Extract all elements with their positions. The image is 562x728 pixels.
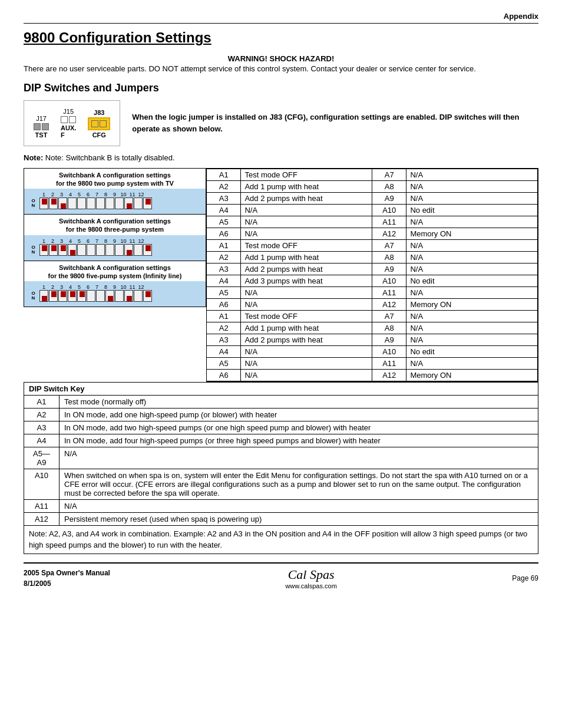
config-desc2: N/A xyxy=(406,169,538,180)
warning-text: There are no user serviceable parts. DO … xyxy=(24,63,538,75)
note-bottom: Note: A2, A3, and A4 work in combination… xyxy=(24,526,538,554)
config-desc2: No edit xyxy=(406,345,538,357)
page-title: 9800 Configuration Settings xyxy=(24,29,538,46)
config-code2: A7 xyxy=(372,169,406,180)
j17-name: TST xyxy=(35,131,48,139)
config-desc: Add 1 pump with heat xyxy=(241,180,372,192)
dip-key-desc: N/A xyxy=(59,499,538,512)
config-code2: A9 xyxy=(372,263,406,275)
config-desc: Add 1 pump with heat xyxy=(241,322,372,334)
config-code: A4 xyxy=(207,204,241,216)
table-row: A5N/AA11N/A xyxy=(207,286,538,298)
config-code: A5 xyxy=(207,286,241,298)
config-desc: Add 2 pumps with heat xyxy=(241,263,372,275)
sb-num-row-2: 1 2 3 4 5 6 7 8 9 10 11 12 xyxy=(29,238,201,244)
dip-key-code: A11 xyxy=(24,499,59,512)
dip-key-code: A12 xyxy=(24,512,59,525)
config-code: A6 xyxy=(207,369,241,381)
config-desc: N/A xyxy=(241,357,372,369)
config-desc: N/A xyxy=(241,228,372,239)
dip-key-title: DIP Switch Key xyxy=(24,382,538,395)
switchbank-panel-3: Switchbank A configuration settings for … xyxy=(24,261,206,308)
note-text: Note: Note: Switchbank B is totally disa… xyxy=(24,153,538,162)
calspas-logo: Cal Spas xyxy=(285,567,336,582)
j83-name: CFG xyxy=(92,131,106,139)
config-desc2: N/A xyxy=(406,310,538,322)
j15-name: AUX. F xyxy=(61,124,76,139)
pin-j15-2 xyxy=(69,116,76,123)
config-desc2: No edit xyxy=(406,275,538,286)
config-code: A5 xyxy=(207,357,241,369)
config-desc2: N/A xyxy=(406,180,538,192)
config-code: A1 xyxy=(207,310,241,322)
config-code2: A10 xyxy=(372,275,406,286)
dip-key-row: A5—A9N/A xyxy=(24,447,538,469)
pin-j17-1 xyxy=(34,123,41,130)
dip-key-section: DIP Switch Key A1Test mode (normally off… xyxy=(24,382,538,554)
config-code2: A12 xyxy=(372,369,406,381)
config-desc2: N/A xyxy=(406,251,538,263)
config-desc: N/A xyxy=(241,286,372,298)
config-code2: A12 xyxy=(372,298,406,310)
footer: 2005 Spa Owner's Manual 8/1/2005 Cal Spa… xyxy=(24,562,538,589)
table-row: A6N/AA12Memory ON xyxy=(207,369,538,381)
config-code2: A8 xyxy=(372,251,406,263)
config-desc: Test mode OFF xyxy=(241,169,372,180)
dip-key-desc: Test mode (normally off) xyxy=(59,395,538,408)
config-code: A5 xyxy=(207,216,241,228)
dip-key-row: A4In ON mode, add four high-speed pumps … xyxy=(24,434,538,447)
config-desc: Test mode OFF xyxy=(241,310,372,322)
footer-manual: 2005 Spa Owner's Manual xyxy=(24,568,110,578)
warning-title: WARNING! SHOCK HAZARD! xyxy=(24,54,538,63)
j15-pins xyxy=(61,116,76,123)
table-row: A4Add 3 pumps with heatA10No edit xyxy=(207,275,538,286)
config-desc: Test mode OFF xyxy=(241,239,372,251)
config-code: A2 xyxy=(207,180,241,192)
config-desc2: N/A xyxy=(406,357,538,369)
table-row: A1Test mode OFFA7N/A xyxy=(207,310,538,322)
dip-key-desc: In ON mode, add two high-speed pumps (or… xyxy=(59,421,538,434)
config-code: A2 xyxy=(207,322,241,334)
dip-key-code: A10 xyxy=(24,469,59,499)
config-desc2: Memory ON xyxy=(406,369,538,381)
table-row: A6N/AA12Memory ON xyxy=(207,228,538,239)
sb-diagram-1: 1 2 3 4 5 6 7 8 9 10 11 12 ON xyxy=(24,189,206,214)
appendix-label: Appendix xyxy=(504,12,538,21)
config-table-wrap: A1Test mode OFFA7N/AA2Add 1 pump with he… xyxy=(206,168,538,382)
dip-key-desc: In ON mode, add one high-speed pump (or … xyxy=(59,408,538,421)
config-desc: Add 3 pumps with heat xyxy=(241,275,372,286)
jumper-j15: J15 AUX. F xyxy=(61,108,76,139)
config-desc2: Memory ON xyxy=(406,228,538,239)
config-code: A3 xyxy=(207,192,241,204)
j17-pins xyxy=(34,123,49,130)
pin-j17-2 xyxy=(42,123,49,130)
table-row: A2Add 1 pump with heatA8N/A xyxy=(207,251,538,263)
config-desc: N/A xyxy=(241,216,372,228)
top-config-row: Switchbank A configuration settings for … xyxy=(24,168,538,382)
footer-date: 8/1/2005 xyxy=(24,578,110,589)
config-code2: A11 xyxy=(372,357,406,369)
dip-key-desc: In ON mode, add four high-speed pumps (o… xyxy=(59,434,538,447)
switchbank-title-3: Switchbank A configuration settings for … xyxy=(24,261,206,282)
dip-key-table: A1Test mode (normally off)A2In ON mode, … xyxy=(24,395,538,526)
config-desc2: N/A xyxy=(406,239,538,251)
jumper-j17: J17 TST xyxy=(34,115,49,139)
config-code: A2 xyxy=(207,251,241,263)
dip-key-row: A1Test mode (normally off) xyxy=(24,395,538,408)
config-code2: A9 xyxy=(372,192,406,204)
table-row: A5N/AA11N/A xyxy=(207,216,538,228)
config-code: A1 xyxy=(207,239,241,251)
appendix-header: Appendix xyxy=(24,12,538,24)
dip-key-desc: When switched on when spa is on, system … xyxy=(59,469,538,499)
config-code2: A11 xyxy=(372,286,406,298)
config-desc: Add 1 pump with heat xyxy=(241,251,372,263)
table-row: A3Add 2 pumps with heatA9N/A xyxy=(207,334,538,345)
sb-num-row-3: 1 2 3 4 5 6 7 8 9 10 11 12 xyxy=(29,284,201,290)
config-code2: A11 xyxy=(372,216,406,228)
jumper-j83: J83 CFG xyxy=(88,109,110,139)
table-row: A2Add 1 pump with heatA8N/A xyxy=(207,180,538,192)
table-row: A2Add 1 pump with heatA8N/A xyxy=(207,322,538,334)
config-code2: A10 xyxy=(372,345,406,357)
switchbank-title-2: Switchbank A configuration settings for … xyxy=(24,215,206,235)
pin-j15-1 xyxy=(61,116,68,123)
